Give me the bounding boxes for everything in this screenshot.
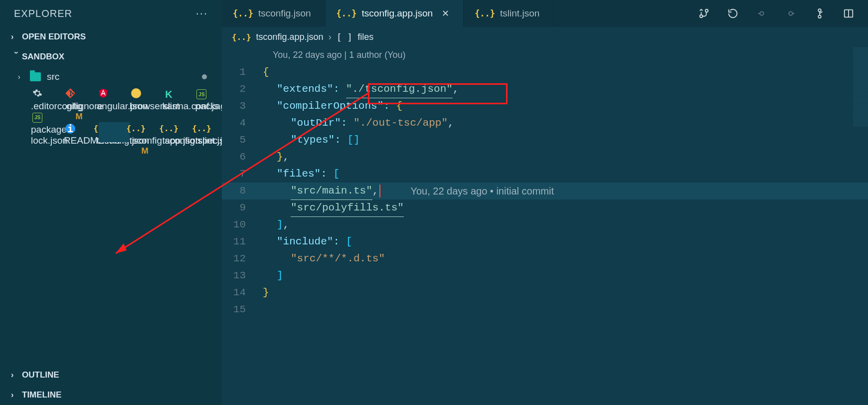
svg-point-0 <box>700 15 703 18</box>
vcs-status: M <box>141 146 148 156</box>
explorer-title: EXPLORER <box>14 8 72 19</box>
chevron-right-icon: › <box>11 371 22 380</box>
chevron-right-icon: › <box>11 391 22 400</box>
svg-point-5 <box>818 15 821 18</box>
section-workspace[interactable]: › SANDBOX <box>0 47 222 67</box>
compare-changes-icon[interactable] <box>698 8 709 19</box>
file-label: package.json <box>195 101 222 111</box>
json-string: "./out-tsc/app" <box>353 115 448 132</box>
file-tsconfig-app-json[interactable]: {..} tsconfig.app.json <box>99 122 130 142</box>
vcs-status: M <box>76 112 83 122</box>
file-label: tslint.json <box>195 135 222 146</box>
section-outline[interactable]: › OUTLINE <box>0 365 222 385</box>
json-key: "outDir" <box>291 115 341 132</box>
breadcrumb[interactable]: {..} tsconfig.app.json › [ ] files <box>222 27 868 47</box>
file-angular-json[interactable]: angular.json M <box>66 87 97 107</box>
toggle-file-blame-icon[interactable] <box>814 8 825 19</box>
json-key: "files" <box>277 166 321 183</box>
revert-icon[interactable] <box>727 8 738 19</box>
svg-point-3 <box>789 11 792 15</box>
prev-change-icon[interactable] <box>756 8 767 19</box>
section-label: SANDBOX <box>22 52 64 62</box>
folder-icon <box>29 70 42 83</box>
explorer-panel: EXPLORER ··· › OPEN EDITORS › SANDBOX › … <box>0 0 222 405</box>
json-key: "include" <box>277 233 333 250</box>
line-number: 9 <box>222 200 263 216</box>
file-tslint-json[interactable]: {..} tslint.json <box>164 122 195 142</box>
file-browserslist[interactable]: browserslist <box>99 87 130 107</box>
svg-point-1 <box>705 9 708 12</box>
next-change-icon[interactable] <box>785 8 796 19</box>
code-editor[interactable]: 1{ 2"extends": "./tsconfig.json", 3"comp… <box>222 63 868 318</box>
section-label: OUTLINE <box>22 370 59 380</box>
svg-point-2 <box>760 11 763 15</box>
file-editorconfig[interactable]: .editorconfig <box>0 87 31 107</box>
text-cursor <box>379 185 380 198</box>
section-open-editors[interactable]: › OPEN EDITORS <box>0 27 222 47</box>
chevron-right-icon: › <box>329 32 332 42</box>
tab-tsconfig-json[interactable]: {..} tsconfig.json <box>222 0 326 27</box>
json-icon: {..} <box>337 8 357 18</box>
folder-src[interactable]: › src <box>0 67 222 87</box>
editor-tabs: {..} tsconfig.json {..} tsconfig.app.jso… <box>222 0 868 27</box>
gitlens-blame-inline: You, 22 days ago • initial commit <box>410 183 554 200</box>
json-icon: {..} <box>475 8 495 18</box>
close-icon[interactable]: ✕ <box>442 8 449 19</box>
json-icon: {..} <box>233 8 253 18</box>
array-icon: [ ] <box>337 32 353 42</box>
file-readme[interactable]: i README.md <box>33 122 64 142</box>
tab-label: tsconfig.json <box>258 8 311 19</box>
json-string: "src/**/*.d.ts" <box>291 250 385 267</box>
file-tsconfig-spec-json[interactable]: {..} tsconfig.spec.json M <box>132 122 163 142</box>
file-karma-conf[interactable]: K karma.conf.js <box>132 88 163 108</box>
section-label: OPEN EDITORS <box>22 32 86 42</box>
line-number: 12 <box>222 250 263 267</box>
tab-label: tslint.json <box>500 8 539 19</box>
section-label: TIMELINE <box>22 390 61 400</box>
line-number: 5 <box>222 132 263 149</box>
tab-tsconfig-app-json[interactable]: {..} tsconfig.app.json ✕ <box>326 0 464 27</box>
json-key: "compilerOptions" <box>277 98 383 115</box>
explorer-more-icon[interactable]: ··· <box>196 7 208 20</box>
json-icon: {..} <box>195 122 208 135</box>
tab-tslint-json[interactable]: {..} tslint.json <box>464 0 554 27</box>
crumb-file: tsconfig.app.json <box>256 32 324 42</box>
line-number: 7 <box>222 166 263 183</box>
json-link-value[interactable]: "./tsconfig.json" <box>346 81 453 98</box>
minimap[interactable] <box>853 47 868 246</box>
section-timeline[interactable]: › TIMELINE <box>0 385 222 405</box>
chevron-right-icon: › <box>18 73 29 81</box>
line-number: 6 <box>222 149 263 166</box>
file-tsconfig-json[interactable]: {..} tsconfig.json <box>66 122 97 142</box>
file-tree: › src .editorconfig .gitignore angular.j… <box>0 67 222 365</box>
line-number: 3 <box>222 98 263 115</box>
line-number: 8 <box>222 183 263 200</box>
chevron-down-icon: › <box>12 51 21 62</box>
file-gitignore[interactable]: .gitignore <box>33 87 64 107</box>
dirty-dot-icon <box>202 74 207 79</box>
line-number: 10 <box>222 216 263 233</box>
line-number: 15 <box>222 301 263 318</box>
folder-label: src <box>47 71 59 82</box>
crumb-symbol: files <box>357 32 373 42</box>
gitlens-blame-header: You, 22 days ago | 1 author (You) <box>222 47 868 63</box>
file-package-lock-json[interactable]: JS package-lock.json <box>0 111 31 131</box>
json-link-value[interactable]: "src/polyfills.ts" <box>291 200 404 217</box>
json-key: "types" <box>291 132 335 149</box>
json-key: "extends" <box>277 81 333 98</box>
svg-point-4 <box>818 9 821 12</box>
line-number: 11 <box>222 233 263 250</box>
line-number: 1 <box>222 64 263 81</box>
json-icon: {..} <box>232 32 251 42</box>
editor-actions <box>693 0 868 27</box>
chevron-right-icon: › <box>11 32 22 41</box>
split-editor-icon[interactable] <box>843 8 854 19</box>
line-number: 4 <box>222 115 263 132</box>
editor-area: {..} tsconfig.json {..} tsconfig.app.jso… <box>222 0 868 405</box>
tab-label: tsconfig.app.json <box>362 8 433 19</box>
line-number: 14 <box>222 284 263 301</box>
json-link-value[interactable]: "src/main.ts" <box>291 183 372 200</box>
line-number: 13 <box>222 267 263 284</box>
explorer-header: EXPLORER ··· <box>0 0 222 27</box>
file-package-json[interactable]: JS package.json <box>164 88 195 108</box>
